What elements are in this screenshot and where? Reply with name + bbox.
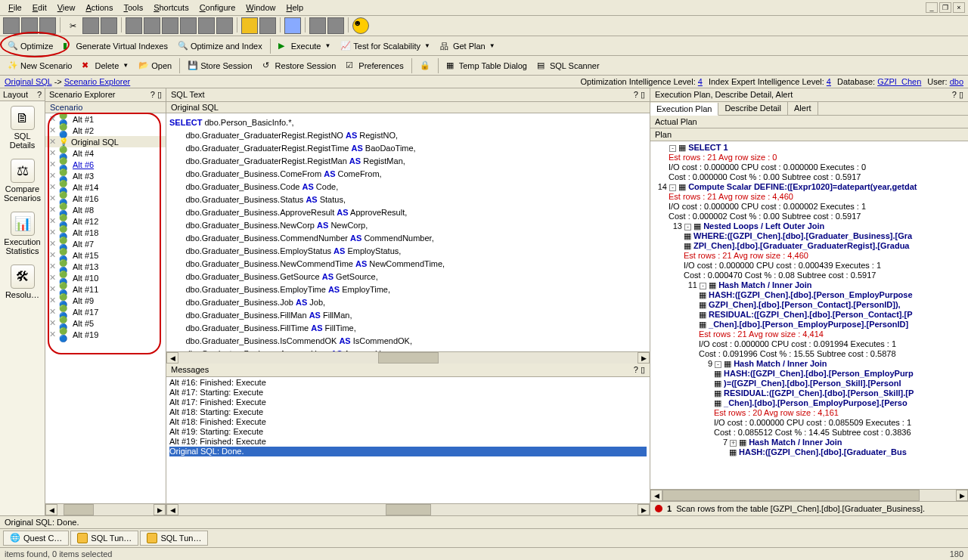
plan-node[interactable]: Cost : 0.091996 Cost % : 15.55 Subtree c… <box>650 349 968 359</box>
toolbar-icon[interactable] <box>180 17 197 34</box>
plan-node[interactable]: 13 -▦ Nested Loops / Left Outer Join <box>650 221 968 231</box>
help-icon[interactable]: ? <box>150 90 155 99</box>
menu-actions[interactable]: Actions <box>80 2 118 14</box>
toolbar-icon[interactable] <box>21 17 38 34</box>
plan-node[interactable]: I/O cost : 0.000000 CPU cost : 0.000000 … <box>650 162 968 172</box>
message-line[interactable]: Alt #16: Finished: Execute <box>169 378 647 388</box>
plan-node[interactable]: ▦ _Chen].[dbo].[Person_EmployPurpose].[P… <box>650 320 968 330</box>
chevron-down-icon[interactable]: ▼ <box>489 42 495 49</box>
delete-icon[interactable]: ✕ <box>48 307 56 317</box>
window-close-icon[interactable]: × <box>953 2 965 13</box>
toolbar-icon[interactable]: ☻ <box>352 17 369 34</box>
menu-help[interactable]: Help <box>281 2 309 14</box>
preferences-button[interactable]: ☑Preferences <box>341 58 408 73</box>
close-icon[interactable]: ▯ <box>641 90 645 99</box>
delete-icon[interactable]: ✕ <box>48 148 56 158</box>
help-icon[interactable]: ? <box>634 365 638 374</box>
menu-view[interactable]: View <box>52 2 81 14</box>
plan-node[interactable]: I/O cost : 0.000000 CPU cost : 0.091994 … <box>650 339 968 349</box>
sidebar-button[interactable]: 🛠Resolu… <box>0 260 45 304</box>
delete-icon[interactable]: ✕ <box>48 216 56 226</box>
task-sql-tuning-2[interactable]: SQL Tun… <box>140 531 208 546</box>
scenario-item[interactable]: ✕🟢🔵Alt #2 <box>45 125 166 136</box>
window-minimize-icon[interactable]: _ <box>926 2 938 13</box>
tree-toggle-icon[interactable]: - <box>684 224 691 230</box>
message-line[interactable]: Alt #17: Starting: Execute <box>169 388 647 398</box>
tab-execution-plan[interactable]: Execution Plan <box>650 103 718 116</box>
delete-button[interactable]: ✖Delete▼ <box>77 58 133 73</box>
plan-node[interactable]: ▦ GZPI_Chen].[dbo].[Person_Contact].[Per… <box>650 300 968 310</box>
close-icon[interactable]: ▯ <box>959 90 963 99</box>
delete-icon[interactable]: ✕ <box>48 330 56 339</box>
plan-node[interactable]: Est rows : 21 Avg row size : 4,460 <box>650 251 968 261</box>
delete-icon[interactable]: ✕ <box>48 273 56 283</box>
get-plan-button[interactable]: 品Get Plan▼ <box>436 39 500 54</box>
tab-describe-detail[interactable]: Describe Detail <box>718 102 788 115</box>
execute-button[interactable]: ▶Execute▼ <box>274 39 336 54</box>
delete-icon[interactable]: ✕ <box>48 193 56 203</box>
plan-node[interactable]: ▦ ZPI_Chen].[dbo].[Graduater_GraduaterRe… <box>650 241 968 251</box>
plan-node[interactable]: Est rows : 20 Avg row size : 4,161 <box>650 408 968 418</box>
test-scalability-button[interactable]: 📈Test for Scalability▼ <box>336 39 435 54</box>
breadcrumb-scenario-explorer[interactable]: Scenario Explorer <box>64 77 130 86</box>
delete-icon[interactable]: ✕ <box>48 171 56 181</box>
toolbar-icon[interactable] <box>198 17 215 34</box>
delete-icon[interactable]: ✕ <box>48 227 56 237</box>
tree-toggle-icon[interactable]: - <box>669 145 676 152</box>
plan-node[interactable]: ▦ HASH:([GZPI_Chen].[dbo].[Graduater_Bus <box>650 447 968 457</box>
h-scrollbar[interactable]: ◀▶ <box>45 503 166 515</box>
plan-node[interactable]: Est rows : 21 Avg row size : 4,414 <box>650 330 968 339</box>
menu-file[interactable]: File <box>3 2 27 14</box>
delete-icon[interactable]: ✕ <box>48 205 56 215</box>
menu-tools[interactable]: Tools <box>118 2 148 14</box>
delete-icon[interactable]: ✕ <box>48 284 56 294</box>
chevron-down-icon[interactable]: ▼ <box>324 42 330 49</box>
toolbar-icon[interactable] <box>259 17 276 34</box>
plan-node[interactable]: ▦ RESIDUAL:([GZPI_Chen].[dbo].[Person_Co… <box>650 310 968 320</box>
plan-node[interactable]: Cost : 0.000470 Cost % : 0.08 Subtree co… <box>650 271 968 280</box>
delete-icon[interactable]: ✕ <box>48 239 56 249</box>
chevron-down-icon[interactable]: ▼ <box>424 42 430 49</box>
help-icon[interactable]: ? <box>634 90 638 99</box>
menu-window[interactable]: Window <box>240 2 281 14</box>
plan-node[interactable]: Est rows : 21 Avg row size : 0 <box>650 153 968 162</box>
h-scrollbar[interactable]: ◀▶ <box>166 351 650 364</box>
messages-list[interactable]: Alt #16: Finished: ExecuteAlt #17: Start… <box>166 377 650 503</box>
sidebar-button[interactable]: ⚖Compare Scenarios <box>0 154 45 207</box>
delete-icon[interactable]: ✕ <box>48 250 56 260</box>
message-line[interactable]: Alt #19: Starting: Execute <box>169 427 647 437</box>
tree-toggle-icon[interactable]: + <box>730 440 737 447</box>
restore-session-button[interactable]: ↺Restore Session <box>258 58 341 73</box>
plan-node[interactable]: ▦ HASH:([GZPI_Chen].[dbo].[Person_Employ… <box>650 290 968 300</box>
chevron-down-icon[interactable]: ▼ <box>123 62 129 69</box>
toolbar-icon[interactable] <box>3 17 20 34</box>
sidebar-button[interactable]: 🗎SQL Details <box>0 101 45 154</box>
menu-shortcuts[interactable]: Shortcuts <box>148 2 194 14</box>
plan-tree[interactable]: -▦ SELECT 1Est rows : 21 Avg row size : … <box>650 141 968 489</box>
plan-node[interactable]: 7 +▦ Hash Match / Inner Join <box>650 438 968 447</box>
plan-node[interactable]: 11 -▦ Hash Match / Inner Join <box>650 280 968 290</box>
toolbar-icon[interactable] <box>241 17 258 34</box>
toolbar-icon[interactable] <box>162 17 178 34</box>
delete-icon[interactable]: ✕ <box>48 137 56 147</box>
tree-toggle-icon[interactable]: - <box>700 283 706 289</box>
breadcrumb-original-sql[interactable]: Original SQL <box>5 77 52 86</box>
menu-edit[interactable]: Edit <box>27 2 52 14</box>
plan-node[interactable]: ▦ WHERE:([GZPI_Chen].[dbo].[Graduater_Bu… <box>650 231 968 241</box>
plan-node[interactable]: Cost : 0.000000 Cost % : 0.00 Subtree co… <box>650 172 968 182</box>
help-icon[interactable]: ? <box>37 90 42 99</box>
toolbar-icon[interactable] <box>284 17 301 34</box>
optimize-and-index-button[interactable]: 🔍Optimize and Index <box>173 39 267 54</box>
message-line[interactable]: Alt #17: Finished: Execute <box>169 398 647 407</box>
delete-icon[interactable]: ✕ <box>48 114 56 124</box>
open-button[interactable]: 📂Open <box>134 58 176 73</box>
cut-icon[interactable]: ✂ <box>64 17 81 34</box>
plan-node[interactable]: ▦ )=([GZPI_Chen].[dbo].[Person_Skill].[P… <box>650 379 968 388</box>
toolbar-icon[interactable] <box>216 17 233 34</box>
h-scrollbar[interactable]: ◀▶ <box>166 503 650 515</box>
plan-node[interactable]: Est rows : 21 Avg row size : 4,460 <box>650 192 968 202</box>
plan-node[interactable]: 14 -▦ Compute Scalar DEFINE:([Expr1020]=… <box>650 182 968 192</box>
plan-node[interactable]: 9 -▦ Hash Match / Inner Join <box>650 359 968 369</box>
plan-node[interactable]: Cost : 0.085512 Cost % : 14.45 Subtree c… <box>650 428 968 438</box>
copy-icon[interactable] <box>82 17 99 34</box>
